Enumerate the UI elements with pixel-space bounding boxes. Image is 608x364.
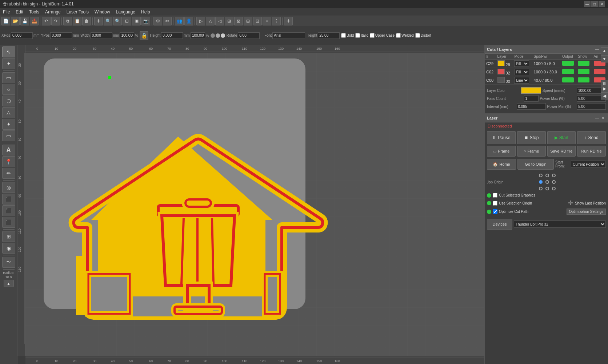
save-as-button[interactable]: 📥	[30, 17, 39, 25]
origin-02[interactable]	[551, 173, 557, 178]
rotate-input[interactable]	[238, 32, 260, 39]
camera-button[interactable]: 📷	[141, 17, 150, 25]
star-tool[interactable]: ✦	[2, 119, 15, 130]
interval-input[interactable]	[517, 103, 546, 110]
lock-aspect-button[interactable]: 🔒	[140, 31, 148, 40]
layer-row-c29[interactable]: C29 29 Fill Line 1000.0 / 5.0	[485, 60, 608, 68]
output-toggle-c00[interactable]	[562, 77, 574, 82]
laser-panel-close[interactable]: ✕	[600, 115, 606, 121]
boolean2-tool[interactable]: ⬛	[2, 205, 15, 216]
home-button[interactable]: 🏠 Home	[487, 159, 516, 170]
menu-file[interactable]: File	[0, 9, 13, 15]
redo-button[interactable]: ↷	[51, 17, 60, 25]
mode-select-c00[interactable]: Line Fill	[514, 77, 529, 84]
radius-up[interactable]: ▲	[4, 280, 14, 287]
pause-button[interactable]: ⏸ Pause	[487, 131, 516, 144]
radial-tool[interactable]: ◉	[2, 243, 15, 254]
height2-input[interactable]	[318, 32, 340, 39]
menu-arrange[interactable]: Arrange	[42, 9, 64, 15]
origin-21[interactable]	[544, 186, 550, 191]
close-button[interactable]: ✕	[599, 1, 605, 7]
menu-help[interactable]: Help	[138, 9, 153, 15]
path2-button[interactable]: △	[206, 17, 215, 25]
start-button[interactable]: ▶ Start	[547, 131, 576, 144]
path3-button[interactable]: ◁	[215, 17, 224, 25]
delete-button[interactable]: 🗑	[82, 17, 91, 25]
rect2-tool[interactable]: ▭	[2, 130, 15, 141]
polygon-tool[interactable]: ⬡	[2, 96, 15, 106]
show-toggle-c02[interactable]	[578, 69, 589, 74]
triangle-tool[interactable]: △	[2, 107, 15, 118]
align2-button[interactable]: ⊠	[234, 17, 243, 25]
air-toggle-c02[interactable]	[594, 69, 605, 74]
origin-22[interactable]	[551, 186, 557, 191]
rect-tool[interactable]: ▭	[2, 72, 15, 83]
send-button[interactable]: ↑ Send	[577, 131, 606, 144]
distort-check[interactable]: Distort	[415, 33, 431, 38]
copy-button[interactable]: ⧉	[63, 17, 72, 25]
ellipse-tool[interactable]: ○	[2, 84, 15, 95]
align4-button[interactable]: ⊡	[253, 17, 262, 25]
origin-12[interactable]	[551, 179, 557, 185]
origin-01[interactable]	[544, 173, 550, 178]
pass-count-input[interactable]	[524, 95, 539, 102]
output-toggle-c29[interactable]	[562, 61, 574, 66]
expand-right-button[interactable]: ▶	[601, 85, 608, 92]
align3-button[interactable]: ⊟	[244, 17, 252, 25]
optimize-cut-checkbox[interactable]	[493, 209, 497, 214]
use-selection-checkbox[interactable]	[493, 201, 497, 206]
device-select[interactable]: Thunder Bolt Pro 32	[514, 221, 606, 228]
font-input[interactable]	[272, 32, 305, 39]
scroll-down-arrow[interactable]: ▼	[601, 55, 608, 62]
new-button[interactable]: 📄	[1, 17, 10, 25]
pen-tool[interactable]: ✏	[2, 168, 15, 179]
frame2-button[interactable]: ○ Frame	[517, 146, 546, 157]
save-button[interactable]: 💾	[20, 17, 29, 25]
scale-x-input[interactable]	[120, 32, 134, 39]
layer-row-c02[interactable]: C02 02 Fill Line 1000.0 / 30.0	[485, 68, 608, 76]
extra1-button[interactable]: ✛	[284, 17, 293, 25]
bold-check[interactable]: Bold	[341, 33, 354, 38]
mode-select-c29[interactable]: Fill Line	[514, 60, 529, 67]
scale-y-input[interactable]	[191, 32, 205, 39]
upper-check[interactable]: Upper Case	[370, 33, 395, 38]
align6-button[interactable]: ⋮	[272, 17, 281, 25]
boolean-tool[interactable]: ⬛	[2, 194, 15, 205]
menu-window[interactable]: Window	[92, 9, 113, 15]
pin-tool[interactable]: 📍	[2, 156, 15, 167]
menu-edit[interactable]: Edit	[13, 9, 26, 15]
settings-button[interactable]: ⚙	[153, 17, 162, 25]
undo-button[interactable]: ↶	[42, 17, 51, 25]
stop-button[interactable]: ⏹ Stop	[517, 131, 546, 144]
width-input[interactable]	[91, 32, 112, 39]
optimization-settings-button[interactable]: Optimization Settings	[567, 209, 606, 215]
open-button[interactable]: 📂	[11, 17, 20, 25]
freehand-tool[interactable]: 〜	[2, 257, 15, 268]
circle-tool[interactable]: ◎	[2, 182, 15, 193]
zoom-fit-button[interactable]: ⊡	[123, 17, 131, 25]
mode-select-c02[interactable]: Fill Line	[514, 69, 529, 75]
cuts-panel-minimize[interactable]: —	[594, 46, 600, 52]
node-edit-tool[interactable]: ✦	[2, 58, 15, 69]
laser-panel-minimize[interactable]: —	[594, 115, 600, 121]
xpos-input[interactable]	[11, 32, 33, 39]
collapse-right-button[interactable]: ◀	[601, 92, 608, 100]
layer-row-c00[interactable]: C00 00 Line Fill 40.0 / 80.0	[485, 76, 608, 85]
menu-laser-tools[interactable]: Laser Tools	[64, 9, 92, 15]
menu-language[interactable]: Language	[113, 9, 138, 15]
path1-button[interactable]: ▷	[196, 17, 205, 25]
origin-00[interactable]	[538, 173, 544, 178]
group-button[interactable]: 👥	[175, 17, 184, 25]
move-button[interactable]: ✛	[94, 17, 103, 25]
origin-10[interactable]	[538, 179, 544, 185]
show-toggle-c29[interactable]	[578, 61, 589, 66]
save-rd-button[interactable]: Save RD file	[547, 146, 576, 157]
boolean3-tool[interactable]: ⬛	[2, 217, 15, 228]
italic-check[interactable]: Italic	[355, 33, 368, 38]
align5-button[interactable]: ≡	[263, 17, 271, 25]
cut-selected-checkbox[interactable]	[493, 193, 497, 198]
start-from-select[interactable]: Current Position Absolute Coords User Or…	[571, 161, 606, 168]
ungroup-button[interactable]: 👤	[184, 17, 193, 25]
devices-button[interactable]: Devices	[487, 219, 512, 230]
select-button[interactable]: ▣	[132, 17, 141, 25]
